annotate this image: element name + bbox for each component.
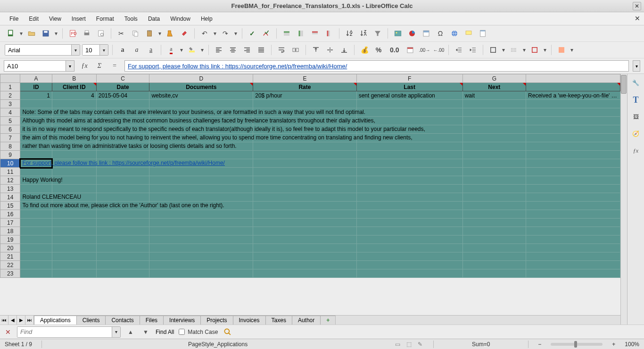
cell[interactable] bbox=[149, 151, 253, 159]
comment-indicator-icon[interactable] bbox=[523, 83, 526, 86]
row-header[interactable]: 14 bbox=[0, 193, 20, 202]
find-input[interactable] bbox=[17, 327, 112, 337]
align-justify-icon[interactable] bbox=[255, 44, 267, 56]
sheet-tab[interactable]: Taxes bbox=[265, 316, 292, 325]
cell[interactable] bbox=[149, 125, 253, 134]
save-icon[interactable] bbox=[40, 27, 52, 40]
cell[interactable] bbox=[52, 176, 96, 185]
cell[interactable] bbox=[356, 227, 462, 235]
cell[interactable] bbox=[20, 210, 52, 219]
export-pdf-icon[interactable]: PDF bbox=[66, 27, 79, 40]
cell[interactable] bbox=[96, 142, 149, 151]
cell[interactable] bbox=[526, 193, 620, 202]
cell[interactable] bbox=[253, 100, 356, 108]
column-header[interactable]: A bbox=[20, 74, 52, 83]
cell[interactable] bbox=[253, 117, 356, 125]
sheet-tab[interactable]: Files bbox=[140, 316, 164, 325]
cell[interactable]: 4 bbox=[52, 91, 96, 100]
horizontal-scrollbar[interactable] bbox=[335, 316, 620, 325]
row-header[interactable]: 13 bbox=[0, 185, 20, 193]
cell[interactable]: Although this model aims at addressing t… bbox=[20, 117, 52, 125]
cell[interactable] bbox=[253, 202, 356, 210]
find-dropdown[interactable]: ▾ bbox=[112, 327, 120, 337]
cell[interactable] bbox=[526, 219, 620, 227]
font-color-dropdown[interactable]: ▾ bbox=[179, 47, 184, 53]
cell[interactable] bbox=[462, 134, 526, 142]
align-right-icon[interactable] bbox=[241, 44, 253, 56]
border-style-dropdown[interactable]: ▾ bbox=[522, 47, 527, 53]
insert-hyperlink-icon[interactable] bbox=[448, 27, 461, 40]
cell[interactable] bbox=[96, 125, 149, 134]
menu-format[interactable]: Format bbox=[91, 14, 119, 24]
cell[interactable] bbox=[149, 134, 253, 142]
cell[interactable] bbox=[526, 125, 620, 134]
cell[interactable] bbox=[356, 244, 462, 252]
cell[interactable] bbox=[96, 159, 149, 168]
cell[interactable] bbox=[149, 100, 253, 108]
cell[interactable] bbox=[20, 168, 52, 176]
cell[interactable] bbox=[20, 219, 52, 227]
row-header[interactable]: 6 bbox=[0, 125, 20, 134]
header-cell[interactable]: Rate bbox=[253, 83, 356, 91]
cell[interactable] bbox=[149, 227, 253, 235]
paste-icon[interactable] bbox=[143, 27, 156, 40]
cell[interactable] bbox=[253, 235, 356, 244]
paste-dropdown[interactable]: ▾ bbox=[157, 30, 162, 37]
cell[interactable] bbox=[462, 125, 526, 134]
cell[interactable] bbox=[356, 261, 462, 269]
sheet-tab[interactable]: Author bbox=[292, 316, 321, 325]
menu-insert[interactable]: Insert bbox=[67, 14, 91, 24]
column-header[interactable]: G bbox=[462, 74, 526, 83]
bold-icon[interactable]: a bbox=[116, 44, 129, 56]
insert-image-icon[interactable] bbox=[392, 27, 404, 40]
row-header[interactable]: 16 bbox=[0, 210, 20, 219]
find-combo[interactable]: ▾ bbox=[17, 326, 121, 338]
status-insert-mode-icon[interactable]: ▭ bbox=[394, 341, 401, 348]
cell[interactable] bbox=[462, 219, 526, 227]
cell[interactable] bbox=[253, 244, 356, 252]
valign-bottom-icon[interactable] bbox=[338, 44, 350, 56]
row-header[interactable]: 8 bbox=[0, 142, 20, 151]
cell[interactable] bbox=[149, 235, 253, 244]
cell[interactable] bbox=[96, 261, 149, 269]
insert-comment-icon[interactable] bbox=[462, 27, 475, 40]
font-size-dropdown[interactable]: ▾ bbox=[99, 45, 108, 55]
cell[interactable] bbox=[20, 244, 52, 252]
undo-dropdown[interactable]: ▾ bbox=[213, 30, 217, 37]
add-decimal-icon[interactable]: .00→ bbox=[418, 44, 430, 56]
cell[interactable] bbox=[462, 202, 526, 210]
cell[interactable] bbox=[526, 168, 620, 176]
cell[interactable]: sent general onsite application bbox=[356, 91, 462, 100]
clear-format-icon[interactable] bbox=[178, 27, 190, 40]
cell[interactable] bbox=[356, 142, 462, 151]
cell[interactable] bbox=[149, 142, 253, 151]
cell[interactable] bbox=[462, 193, 526, 202]
copy-icon[interactable] bbox=[129, 27, 141, 40]
cell[interactable] bbox=[253, 159, 356, 168]
cell[interactable] bbox=[96, 244, 149, 252]
sheet-tab[interactable]: Projects bbox=[200, 316, 233, 325]
cut-icon[interactable]: ✂ bbox=[115, 27, 127, 40]
cell[interactable] bbox=[356, 168, 462, 176]
cell[interactable] bbox=[52, 227, 96, 235]
cell[interactable] bbox=[526, 176, 620, 185]
cell[interactable] bbox=[253, 176, 356, 185]
cell[interactable] bbox=[462, 185, 526, 193]
cell[interactable] bbox=[149, 210, 253, 219]
border-style-icon[interactable] bbox=[508, 44, 520, 56]
match-case-checkbox[interactable]: Match Case bbox=[179, 329, 218, 335]
cell[interactable] bbox=[462, 159, 526, 168]
cell[interactable] bbox=[96, 185, 149, 193]
row-header[interactable]: 1 bbox=[0, 83, 20, 91]
menu-file[interactable]: File bbox=[5, 14, 23, 24]
zoom-value[interactable]: 100% bbox=[625, 341, 639, 348]
cell[interactable] bbox=[356, 151, 462, 159]
row-header[interactable]: 4 bbox=[0, 108, 20, 117]
document-close-button[interactable]: ✕ bbox=[635, 15, 640, 22]
cell[interactable] bbox=[526, 151, 620, 159]
cell[interactable] bbox=[356, 117, 462, 125]
cell[interactable] bbox=[462, 261, 526, 269]
cell[interactable] bbox=[96, 117, 149, 125]
border-color-dropdown[interactable]: ▾ bbox=[543, 47, 547, 53]
cell[interactable] bbox=[356, 159, 462, 168]
